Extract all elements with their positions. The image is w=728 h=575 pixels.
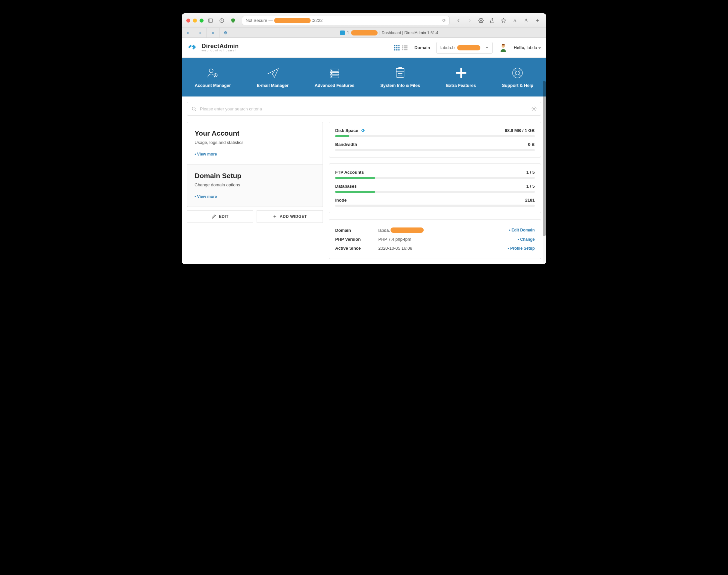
stat-label: Databases (335, 184, 357, 189)
main-nav: Account Manager E-mail Manager Advanced … (182, 58, 546, 97)
scrollbar[interactable] (543, 81, 546, 264)
settings-icon[interactable] (477, 16, 485, 25)
add-widget-button[interactable]: ADD WIDGET (256, 210, 323, 223)
list-view-icon[interactable] (401, 44, 408, 52)
stat-row: Databases1 / 5 (335, 184, 535, 193)
logo[interactable]: DirectAdmin web control panel (187, 41, 239, 55)
svg-point-32 (331, 76, 332, 77)
share-icon[interactable] (488, 16, 496, 25)
minimize-window[interactable] (193, 19, 197, 23)
view-more-link[interactable]: View more (195, 194, 217, 199)
svg-rect-19 (402, 47, 404, 48)
page-content: DirectAdmin web control panel Domain lab… (182, 38, 546, 264)
svg-point-31 (331, 73, 332, 74)
brand-tagline: web control panel (202, 49, 239, 52)
scroll-thumb[interactable] (543, 81, 546, 236)
pinned-tab-1[interactable]: » (182, 28, 194, 37)
progress-bar (335, 149, 535, 151)
search-icon (191, 106, 197, 111)
history-icon[interactable] (217, 16, 226, 25)
view-more-link[interactable]: View more (195, 152, 217, 157)
svg-rect-8 (394, 45, 395, 46)
domain-redacted (457, 45, 480, 50)
svg-line-42 (514, 74, 517, 77)
window-controls (186, 19, 204, 23)
stat-label: Inode (335, 198, 347, 203)
address-bar[interactable]: Not Secure — :2222 ⟳ (242, 16, 450, 25)
detail-action-link[interactable]: Profile Setup (508, 246, 535, 251)
stat-row: Disk Space ⟳68.9 MB / 1 GB (335, 128, 535, 137)
favicon-icon (340, 31, 345, 35)
detail-key: PHP Version (335, 237, 378, 242)
chevron-down-icon (539, 47, 541, 49)
shield-icon[interactable] (229, 16, 237, 25)
card-title: Your Account (195, 129, 315, 137)
svg-rect-22 (404, 49, 408, 50)
pinned-tab-2[interactable]: » (194, 28, 207, 37)
sidebar-toggle-icon[interactable] (206, 16, 215, 25)
avatar[interactable] (498, 43, 508, 53)
svg-rect-17 (402, 45, 404, 46)
text-large-icon[interactable]: A (522, 16, 530, 25)
domain-details: Domainlabda.Edit DomainPHP VersionPHP 7.… (329, 219, 541, 259)
browser-window: Not Secure — :2222 ⟳ A A » » » ⚙ 1 | Das… (182, 13, 546, 264)
nav-email-manager[interactable]: E-mail Manager (257, 66, 289, 88)
edit-button[interactable]: EDIT (187, 210, 253, 223)
detail-row: Domainlabda.Edit Domain (335, 226, 535, 235)
text-small-icon[interactable]: A (511, 16, 519, 25)
stat-label: FTP Accounts (335, 170, 364, 175)
gear-icon[interactable] (531, 106, 537, 111)
stat-row: FTP Accounts1 / 5 (335, 170, 535, 179)
svg-point-46 (533, 108, 535, 109)
bookmark-icon[interactable] (499, 16, 508, 25)
new-tab-icon[interactable] (533, 16, 542, 25)
card-title: Domain Setup (195, 172, 315, 180)
svg-rect-15 (396, 49, 397, 50)
nav-support-help[interactable]: Support & Help (502, 66, 533, 88)
svg-rect-9 (396, 45, 397, 46)
detail-row: PHP VersionPHP 7.4 php-fpmChange (335, 235, 535, 244)
svg-rect-12 (396, 47, 397, 48)
app-header: DirectAdmin web control panel Domain lab… (182, 38, 546, 58)
maximize-window[interactable] (200, 19, 204, 23)
nav-advanced-features[interactable]: Advanced Features (315, 66, 354, 88)
svg-point-44 (192, 107, 195, 110)
detail-action-link[interactable]: Edit Domain (509, 228, 535, 232)
svg-line-45 (195, 110, 196, 111)
forward-icon[interactable] (465, 16, 474, 25)
stat-row: Inode2181 (335, 198, 535, 207)
domain-setup-card: Domain Setup Change domain options View … (187, 165, 323, 207)
active-tab[interactable]: 1 | Dashboard | DirectAdmin 1.61.4 (232, 28, 546, 37)
detail-key: Domain (335, 228, 378, 233)
svg-point-30 (331, 70, 332, 71)
svg-rect-14 (394, 49, 395, 50)
close-window[interactable] (186, 19, 190, 23)
user-greeting[interactable]: Hello, labda (514, 45, 541, 50)
progress-bar (335, 135, 535, 137)
progress-bar (335, 205, 535, 207)
tab-prefix: 1 (347, 31, 349, 35)
svg-rect-35 (398, 67, 402, 69)
pinned-tab-4[interactable]: ⚙ (219, 28, 232, 37)
nav-system-info[interactable]: System Info & Files (380, 66, 420, 88)
detail-value: PHP 7.4 php-fpm (378, 237, 411, 242)
refresh-icon[interactable]: ⟳ (361, 128, 365, 133)
pinned-tab-3[interactable]: » (207, 28, 219, 37)
reload-icon[interactable]: ⟳ (442, 18, 446, 23)
svg-rect-21 (402, 49, 404, 50)
stat-value: 68.9 MB / 1 GB (505, 128, 535, 133)
progress-bar (335, 191, 535, 193)
nav-account-manager[interactable]: Account Manager (195, 66, 231, 88)
detail-action-link[interactable]: Change (518, 237, 535, 242)
stat-label: Disk Space ⟳ (335, 128, 365, 133)
back-icon[interactable] (454, 16, 463, 25)
domain-dropdown[interactable]: labda.b (436, 42, 493, 54)
titlebar: Not Secure — :2222 ⟳ A A (182, 13, 546, 28)
search-bar[interactable] (187, 102, 541, 116)
nav-extra-features[interactable]: Extra Features (446, 66, 476, 88)
svg-point-39 (516, 71, 520, 75)
search-input[interactable] (200, 106, 528, 111)
grid-view-icon[interactable] (393, 44, 401, 52)
your-account-card: Your Account Usage, logs and statistics … (187, 122, 323, 165)
stat-value: 0 B (528, 142, 535, 147)
